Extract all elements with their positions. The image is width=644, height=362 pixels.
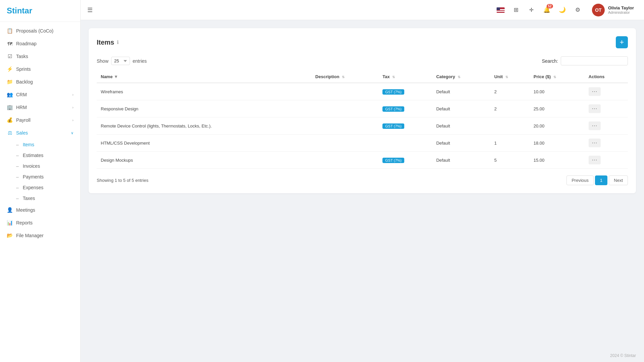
sidebar-label-roadmap: Roadmap (16, 41, 74, 46)
sidebar-item-file-manager[interactable]: 📂 File Manager (0, 229, 80, 242)
cell-category: Default (432, 135, 490, 152)
sidebar-logo: Stintar (0, 0, 80, 22)
add-item-button[interactable]: + (616, 36, 628, 48)
user-name: Olivia Taylor (608, 5, 634, 10)
items-card: Items ℹ + Show 102550100 entries Search: (89, 28, 636, 193)
search-row: Search: (542, 56, 628, 65)
row-actions-button[interactable]: ··· (589, 87, 601, 96)
sidebar-item-proposals[interactable]: 📋 Proposals (CoCo) (0, 24, 80, 37)
user-avatar: OT (592, 4, 605, 16)
sidebar-subitem-payments[interactable]: –Payments (16, 171, 80, 182)
table-row: WireframesGST (7%)Default210.00··· (97, 83, 628, 100)
sidebar-item-meetings[interactable]: 👤 Meetings (0, 204, 80, 216)
cell-price: 10.00 (530, 83, 585, 100)
col-price[interactable]: Price ($) ⇅ (530, 71, 585, 83)
subitem-label-expenses: Expenses (23, 185, 43, 190)
nav-arrow-payroll: › (72, 118, 74, 122)
cell-description (311, 100, 378, 117)
sidebar-item-tasks[interactable]: ☑ Tasks (0, 50, 80, 63)
cell-actions: ··· (585, 152, 628, 169)
table-row: HTML/CSS DevelopmentDefault118.00··· (97, 135, 628, 152)
nav-arrow-hrm: › (72, 105, 74, 109)
page-header: Items ℹ + (97, 36, 628, 48)
items-table: Name ▼Description ⇅Tax ⇅Category ⇅Unit ⇅… (97, 71, 628, 169)
cell-category: Default (432, 100, 490, 117)
row-actions-button[interactable]: ··· (589, 104, 601, 113)
cell-description (311, 135, 378, 152)
notification-icon[interactable]: 🔔 52 (542, 5, 552, 15)
flag-icon[interactable] (495, 5, 506, 15)
dash-expenses: – (16, 185, 19, 190)
sort-icon-description: ⇅ (342, 75, 344, 79)
crm-icon: 👥 (7, 92, 13, 98)
row-actions-button[interactable]: ··· (589, 121, 601, 130)
sidebar-subitem-estimates[interactable]: –Estimates (16, 150, 80, 161)
search-label: Search: (542, 58, 558, 64)
cell-name: Remote Device Control (lights, Thermosta… (97, 117, 311, 135)
sort-icon-unit: ⇅ (505, 75, 508, 79)
sidebar-item-sales[interactable]: ⚖ Sales ∨ (0, 126, 80, 139)
cell-name: HTML/CSS Development (97, 135, 311, 152)
main-area: ☰ ⊞ ✛ 🔔 52 🌙 ⚙ OT Olivia Taylor Administ… (81, 0, 644, 362)
next-button[interactable]: Next (609, 175, 628, 185)
col-name[interactable]: Name ▼ (97, 71, 311, 83)
sidebar-item-sprints[interactable]: ⚡ Sprints (0, 63, 80, 75)
subitem-label-invoices: Invoices (23, 163, 40, 169)
sidebar-item-roadmap[interactable]: 🗺 Roadmap (0, 37, 80, 50)
sidebar-item-backlog[interactable]: 📁 Backlog (0, 75, 80, 88)
backlog-icon: 📁 (7, 79, 13, 85)
sidebar-label-hrm: HRM (16, 105, 69, 110)
cell-unit: 5 (490, 152, 530, 169)
sidebar-subitem-items[interactable]: –Items (16, 139, 80, 150)
table-head: Name ▼Description ⇅Tax ⇅Category ⇅Unit ⇅… (97, 71, 628, 83)
sidebar-item-payroll[interactable]: 💰 Payroll › (0, 114, 80, 126)
row-actions-button[interactable]: ··· (589, 139, 601, 147)
col-unit[interactable]: Unit ⇅ (490, 71, 530, 83)
tax-badge: GST (7%) (382, 106, 404, 112)
subitem-label-taxes: Taxes (23, 196, 35, 201)
tax-badge: GST (7%) (382, 123, 404, 129)
sidebar-label-tasks: Tasks (16, 54, 74, 59)
previous-button[interactable]: Previous (566, 175, 594, 185)
crosshair-icon[interactable]: ✛ (526, 5, 537, 15)
show-label: Show (97, 58, 108, 64)
cell-unit (490, 117, 530, 135)
sidebar-label-crm: CRM (16, 92, 69, 97)
settings-icon[interactable]: ⚙ (572, 5, 583, 15)
page-title-row: Items ℹ (97, 39, 119, 46)
table-controls: Show 102550100 entries Search: (97, 56, 628, 65)
tasks-icon: ☑ (7, 53, 13, 59)
sidebar-label-file-manager: File Manager (16, 233, 74, 238)
info-icon[interactable]: ℹ (117, 39, 119, 45)
proposals-icon: 📋 (7, 28, 13, 34)
showing-text: Showing 1 to 5 of 5 entries (97, 178, 148, 183)
col-tax[interactable]: Tax ⇅ (378, 71, 432, 83)
sidebar-item-crm[interactable]: 👥 CRM › (0, 88, 80, 101)
col-category[interactable]: Category ⇅ (432, 71, 490, 83)
user-info: Olivia Taylor Administrator (608, 5, 634, 14)
page-1-button[interactable]: 1 (595, 175, 607, 185)
sort-down-name: ▼ (114, 74, 118, 79)
entries-select[interactable]: 102550100 (111, 57, 130, 65)
cell-unit: 2 (490, 100, 530, 117)
theme-toggle-icon[interactable]: 🌙 (557, 5, 568, 15)
app-logo: Stintar (7, 6, 32, 15)
hrm-icon: 🏢 (7, 104, 13, 110)
cell-name: Wireframes (97, 83, 311, 100)
sprints-icon: ⚡ (7, 66, 13, 72)
cell-category: Default (432, 152, 490, 169)
dash-estimates: – (16, 153, 19, 158)
nav-arrow-crm: › (72, 93, 74, 97)
menu-toggle[interactable]: ☰ (87, 6, 93, 14)
row-actions-button[interactable]: ··· (589, 156, 601, 164)
search-input[interactable] (561, 56, 628, 65)
sidebar-subitem-invoices[interactable]: –Invoices (16, 161, 80, 171)
sidebar-subitem-taxes[interactable]: –Taxes (16, 193, 80, 204)
grid-icon[interactable]: ⊞ (511, 5, 521, 15)
sidebar-item-hrm[interactable]: 🏢 HRM › (0, 101, 80, 114)
col-description[interactable]: Description ⇅ (311, 71, 378, 83)
sidebar-item-reports[interactable]: 📊 Reports (0, 216, 80, 229)
sidebar-subitem-expenses[interactable]: –Expenses (16, 182, 80, 193)
tax-badge: GST (7%) (382, 89, 404, 95)
sidebar-label-backlog: Backlog (16, 79, 74, 85)
